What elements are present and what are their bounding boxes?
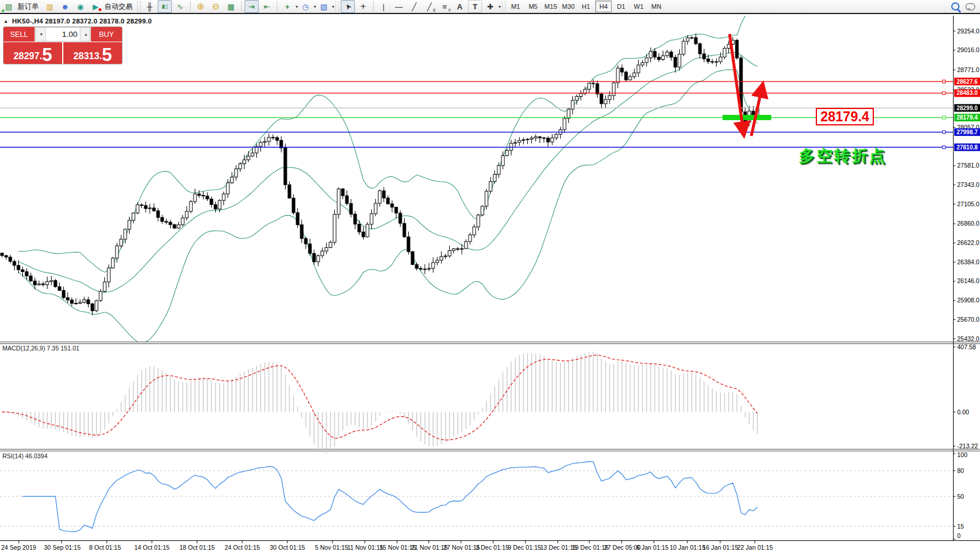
chart-canvas[interactable]: 29254.029016.028771.028523.028057.027581… <box>0 0 980 555</box>
svg-text:30 Oct 01:15: 30 Oct 01:15 <box>270 544 305 551</box>
periods-icon[interactable]: ◷ <box>299 0 313 13</box>
templates-dropdown-icon[interactable]: ▾ <box>332 4 334 9</box>
svg-text:19 Dec 01:15: 19 Dec 01:15 <box>572 544 609 551</box>
one-click-trading-panel: SELL ▼ ▲ BUY 28297.5 28313.5 <box>3 26 123 64</box>
svg-text:28771.0: 28771.0 <box>957 66 979 73</box>
svg-text:14 Oct 01:15: 14 Oct 01:15 <box>134 544 169 551</box>
label-tool-icon[interactable]: T <box>468 0 482 13</box>
sell-button[interactable]: SELL <box>4 27 35 42</box>
main-toolbar: ▤ 新订单 ▥ ☻ ◉ ▶ 自动交易 ╫ ▮▯ ∿ ⊕ ⊖ ▦ ⇥ ⇤ +▾ ◷… <box>0 0 980 14</box>
bar-chart-icon[interactable]: ╫ <box>143 0 157 13</box>
periods-dropdown-icon[interactable]: ▾ <box>314 4 316 9</box>
svg-text:27581.0: 27581.0 <box>957 162 979 169</box>
timeframe-h4[interactable]: H4 <box>595 1 612 12</box>
new-order-label[interactable]: 新订单 <box>18 2 39 12</box>
svg-text:407.58: 407.58 <box>957 343 976 350</box>
svg-text:26622.0: 26622.0 <box>957 239 979 246</box>
svg-text:16 Jan 01:15: 16 Jan 01:15 <box>703 544 738 551</box>
timeframe-m30[interactable]: M30 <box>560 1 577 12</box>
search-icon[interactable] <box>951 2 959 11</box>
svg-text:27810.8: 27810.8 <box>957 144 978 151</box>
templates-icon[interactable]: ▧ <box>317 0 331 13</box>
svg-text:25908.0: 25908.0 <box>957 297 979 304</box>
chat-icon[interactable] <box>965 3 975 11</box>
svg-text:27 Dec 05:00: 27 Dec 05:00 <box>604 544 641 551</box>
cursor-tool-icon[interactable]: ➤ <box>341 0 355 13</box>
chart-profiles-icon[interactable]: ▥ <box>43 0 57 13</box>
timeframe-w1[interactable]: W1 <box>630 1 647 12</box>
tile-windows-icon[interactable]: ▦ <box>224 0 238 13</box>
volume-spinner: ▼ ▲ <box>35 27 90 42</box>
indicators-icon[interactable]: + <box>280 0 294 13</box>
svg-text:100: 100 <box>957 451 968 458</box>
line-chart-icon[interactable]: ∿ <box>173 0 187 13</box>
data-window-icon[interactable]: ◉ <box>73 0 87 13</box>
chart-shift-icon[interactable]: ⇤ <box>260 0 274 13</box>
svg-text:27 Nov 01:15: 27 Nov 01:15 <box>443 544 480 551</box>
svg-text:24 Oct 01:15: 24 Oct 01:15 <box>225 544 260 551</box>
arrows-dropdown-icon[interactable]: ▾ <box>499 4 501 9</box>
timeframe-m1[interactable]: M1 <box>507 1 524 12</box>
buy-button[interactable]: BUY <box>91 27 122 42</box>
volume-decrease-button[interactable]: ▼ <box>36 28 46 41</box>
timeframe-h1[interactable]: H1 <box>578 1 594 12</box>
svg-text:-213.22: -213.22 <box>957 442 978 450</box>
volume-increase-button[interactable]: ▲ <box>80 28 90 41</box>
svg-text:5 Nov 01:15: 5 Nov 01:15 <box>315 544 348 551</box>
auto-scroll-icon[interactable]: ⇥ <box>245 0 259 13</box>
svg-text:28299.0: 28299.0 <box>957 105 978 111</box>
svg-text:28627.6: 28627.6 <box>957 79 978 85</box>
svg-text:0: 0 <box>957 532 961 539</box>
svg-text:8 Oct 01:15: 8 Oct 01:15 <box>89 544 121 551</box>
svg-text:18 Oct 01:15: 18 Oct 01:15 <box>179 544 215 551</box>
autotrading-icon[interactable]: ▶ <box>89 0 103 13</box>
ohlc-values: 28197.0 28372.0 28178.0 28299.0 <box>45 18 152 25</box>
support-price-callout[interactable]: 28179.4 <box>816 108 874 125</box>
crosshair-tool-icon[interactable]: + <box>356 0 370 13</box>
autotrading-label[interactable]: 自动交易 <box>104 2 133 12</box>
svg-text:6 Jan 01:15: 6 Jan 01:15 <box>636 544 669 551</box>
buy-price[interactable]: 28313.5 <box>63 42 122 64</box>
svg-text:28483.0: 28483.0 <box>957 90 978 96</box>
timeframe-d1[interactable]: D1 <box>613 1 629 12</box>
svg-text:25432.0: 25432.0 <box>957 335 979 342</box>
svg-text:0.00: 0.00 <box>957 408 969 416</box>
channel-tool-icon[interactable]: ╱ <box>422 0 436 13</box>
market-watch-icon[interactable]: ☻ <box>58 0 72 13</box>
vertical-line-tool-icon[interactable]: | <box>377 0 391 13</box>
candlestick-chart-icon[interactable]: ▮▯ <box>158 0 172 13</box>
timeframe-m5[interactable]: M5 <box>525 1 541 12</box>
chart-title: ▲ HK50-,H4 28197.0 28372.0 28178.0 28299… <box>4 18 152 25</box>
trendline-tool-icon[interactable]: ╱ <box>407 0 421 13</box>
svg-text:26860.0: 26860.0 <box>957 220 979 227</box>
svg-text:15: 15 <box>957 523 964 530</box>
rsi-indicator-label: RSI(14) 46.0394 <box>2 452 48 459</box>
horizontal-line-tool-icon[interactable]: — <box>392 0 406 13</box>
svg-text:3 Dec 01:15: 3 Dec 01:15 <box>476 544 509 551</box>
svg-text:27998.7: 27998.7 <box>957 129 978 135</box>
timeframe-mn[interactable]: MN <box>648 1 664 12</box>
zoom-out-icon[interactable]: ⊖ <box>209 0 223 13</box>
sell-price[interactable]: 28297.5 <box>4 42 62 64</box>
new-order-icon[interactable]: ▤ <box>2 0 16 13</box>
symbol-name: HK50-,H4 <box>12 18 43 25</box>
svg-text:21 Nov 01:15: 21 Nov 01:15 <box>411 544 448 551</box>
timeframe-m15[interactable]: M15 <box>542 1 559 12</box>
arrows-tool-icon[interactable]: ✚ <box>483 0 497 13</box>
symbol-marker-icon: ▲ <box>4 19 8 24</box>
svg-text:27105.0: 27105.0 <box>957 200 979 207</box>
svg-text:30 Sep 01:15: 30 Sep 01:15 <box>44 544 81 551</box>
text-tool-icon[interactable]: A <box>453 0 467 13</box>
pivot-point-annotation[interactable]: 多空转折点 <box>799 145 887 166</box>
svg-text:22 Jan 01:15: 22 Jan 01:15 <box>737 544 773 551</box>
svg-text:28179.4: 28179.4 <box>957 114 978 121</box>
svg-text:29254.0: 29254.0 <box>957 28 979 35</box>
zoom-in-icon[interactable]: ⊕ <box>194 0 208 13</box>
svg-text:26384.0: 26384.0 <box>957 258 979 265</box>
fibonacci-tool-icon[interactable]: ≡ <box>438 0 452 13</box>
svg-text:27343.0: 27343.0 <box>957 181 979 188</box>
svg-text:29016.0: 29016.0 <box>957 46 979 53</box>
indicators-dropdown-icon[interactable]: ▾ <box>296 4 298 9</box>
svg-text:26146.0: 26146.0 <box>957 277 979 284</box>
volume-input[interactable] <box>46 28 80 41</box>
